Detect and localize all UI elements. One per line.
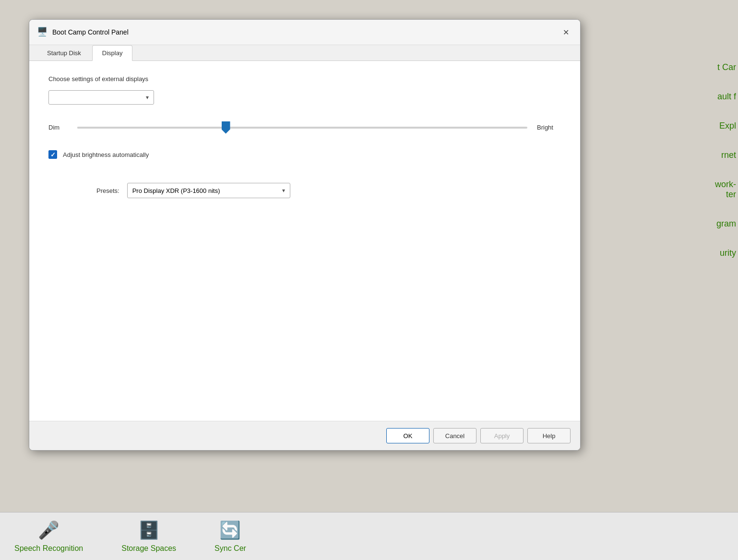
cancel-button[interactable]: Cancel <box>433 428 476 443</box>
bg-label-6: gram <box>715 219 738 229</box>
taskbar: 🎤 Speech Recognition 🗄️ Storage Spaces 🔄… <box>0 512 738 560</box>
bg-label-2: ault f <box>715 92 738 102</box>
help-button[interactable]: Help <box>527 428 571 443</box>
background-labels-right: t Car ault f Expl rnet work-ter gram uri… <box>715 62 738 258</box>
presets-dropdown-value: Pro Display XDR (P3-1600 nits) <box>132 187 220 194</box>
taskbar-item-sync[interactable]: 🔄 Sync Cer <box>214 520 246 553</box>
storage-spaces-icon: 🗄️ <box>138 520 160 540</box>
sync-center-icon: 🔄 <box>219 520 241 540</box>
bg-label-1: t Car <box>715 62 738 72</box>
bg-label-5: work-ter <box>715 179 738 200</box>
close-button[interactable]: ✕ <box>559 25 572 39</box>
boot-camp-icon: 🖥️ <box>37 26 48 38</box>
auto-brightness-label: Adjust brightness automatically <box>63 151 149 158</box>
dialog-body: Choose settings of external displays ▾ D… <box>29 61 580 421</box>
taskbar-speech-label: Speech Recognition <box>14 544 83 553</box>
bg-label-7: urity <box>715 248 738 258</box>
slider-thumb[interactable] <box>222 121 230 134</box>
auto-brightness-row: ✓ Adjust brightness automatically <box>48 150 561 159</box>
taskbar-sync-label: Sync Cer <box>214 544 246 553</box>
presets-label: Presets: <box>96 187 119 194</box>
bg-label-3: Expl <box>715 121 738 131</box>
brightness-slider-track[interactable] <box>77 127 527 129</box>
dialog-title-text: Boot Camp Control Panel <box>52 28 129 36</box>
presets-dropdown-arrow-icon: ▾ <box>282 187 285 194</box>
taskbar-item-storage[interactable]: 🗄️ Storage Spaces <box>121 520 176 553</box>
speech-recognition-icon: 🎤 <box>38 520 60 540</box>
dialog-tabs: Startup Disk Display <box>29 45 580 61</box>
slider-fill <box>77 127 226 129</box>
presets-dropdown[interactable]: Pro Display XDR (P3-1600 nits) ▾ <box>127 183 290 198</box>
dialog-titlebar: 🖥️ Boot Camp Control Panel ✕ <box>29 20 580 45</box>
boot-camp-dialog: 🖥️ Boot Camp Control Panel ✕ Startup Dis… <box>29 19 581 451</box>
presets-section: Presets: Pro Display XDR (P3-1600 nits) … <box>48 183 561 198</box>
bright-label: Bright <box>537 124 561 131</box>
apply-button[interactable]: Apply <box>480 428 524 443</box>
taskbar-storage-label: Storage Spaces <box>121 544 176 553</box>
dim-label: Dim <box>48 124 68 131</box>
tab-display[interactable]: Display <box>92 45 133 61</box>
display-dropdown[interactable]: ▾ <box>48 90 154 105</box>
brightness-section: Dim Bright <box>48 124 561 131</box>
tab-startup-disk[interactable]: Startup Disk <box>37 45 91 61</box>
dropdown-arrow-icon: ▾ <box>146 94 149 101</box>
auto-brightness-checkbox[interactable]: ✓ <box>48 150 57 159</box>
ok-button[interactable]: OK <box>386 428 429 443</box>
dialog-title-left: 🖥️ Boot Camp Control Panel <box>37 26 129 38</box>
section-label: Choose settings of external displays <box>48 75 561 83</box>
dialog-footer: OK Cancel Apply Help <box>29 421 580 450</box>
checkbox-check-icon: ✓ <box>50 152 56 158</box>
bg-label-4: rnet <box>715 150 738 160</box>
taskbar-item-speech[interactable]: 🎤 Speech Recognition <box>14 520 83 553</box>
